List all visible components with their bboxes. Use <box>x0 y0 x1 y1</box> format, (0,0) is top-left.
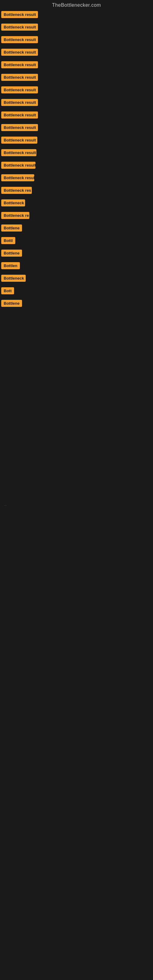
bottleneck-list: Bottleneck resultBottleneck resultBottle… <box>0 9 153 310</box>
bottleneck-badge[interactable]: Bottleneck result <box>1 162 35 169</box>
bottleneck-badge[interactable]: Bottleneck result <box>1 36 38 43</box>
list-item: Bottl <box>0 235 153 247</box>
list-item: Bott <box>0 285 153 298</box>
bottleneck-badge[interactable]: Bottlene <box>1 224 22 232</box>
list-item: Bottleneck result <box>0 47 153 59</box>
list-item: Bottleneck <box>0 197 153 210</box>
list-item: Bottleneck result <box>0 172 153 185</box>
list-item: Bottleneck result <box>0 59 153 72</box>
bottleneck-badge[interactable]: Bottleneck re <box>1 212 29 219</box>
bottleneck-badge[interactable]: Bottlene <box>1 300 22 307</box>
bottleneck-badge[interactable]: Bottleneck result <box>1 174 34 181</box>
bottleneck-badge[interactable]: Bottleneck result <box>1 99 38 106</box>
bottleneck-badge[interactable]: Bottleneck <box>1 199 25 207</box>
list-item: Bottleneck <box>0 273 153 285</box>
bottleneck-badge[interactable]: Bott <box>1 287 14 294</box>
list-item: Bottlene <box>0 223 153 235</box>
list-item: Bottleneck result <box>0 147 153 159</box>
bottleneck-badge[interactable]: Bottleneck result <box>1 24 38 30</box>
footer-area: ... <box>0 316 153 509</box>
list-item: Bottleneck result <box>0 34 153 46</box>
bottleneck-badge[interactable]: Bottleneck res <box>1 187 32 194</box>
list-item: Bottleneck result <box>0 110 153 122</box>
list-item: Bottleneck result <box>0 9 153 21</box>
bottleneck-badge[interactable]: Bottleneck result <box>1 61 38 68</box>
list-item: Bottleneck result <box>0 84 153 97</box>
bottleneck-badge[interactable]: Bottleneck result <box>1 86 38 94</box>
bottleneck-badge[interactable]: Bottleneck result <box>1 49 38 56</box>
bottleneck-badge[interactable]: Bottleneck result <box>1 11 38 18</box>
list-item: Bottleneck result <box>0 22 153 34</box>
list-item: Bottleneck result <box>0 160 153 172</box>
site-title-container: TheBottlenecker.com <box>0 0 153 9</box>
bottleneck-badge[interactable]: Bottleneck result <box>1 124 38 131</box>
bottleneck-badge[interactable]: Bottlene <box>1 250 22 257</box>
bottleneck-badge[interactable]: Bottleneck result <box>1 137 37 144</box>
bottleneck-badge[interactable]: Bottleneck result <box>1 74 38 81</box>
list-item: Bottleneck re <box>0 210 153 222</box>
list-item: Bottleneck result <box>0 72 153 84</box>
list-item: Bottleneck result <box>0 122 153 134</box>
list-item: Bottlene <box>0 298 153 310</box>
list-item: Bottleneck result <box>0 97 153 109</box>
bottleneck-badge[interactable]: Bottl <box>1 237 15 244</box>
bottleneck-badge[interactable]: Bottlen <box>1 262 20 269</box>
list-item: Bottleneck res <box>0 185 153 197</box>
list-item: Bottlene <box>0 248 153 260</box>
bottleneck-badge[interactable]: Bottleneck result <box>1 149 37 156</box>
list-item: Bottlen <box>0 260 153 272</box>
bottleneck-badge[interactable]: Bottleneck <box>1 275 26 282</box>
site-title: TheBottlenecker.com <box>0 0 153 9</box>
footer-dots: ... <box>3 503 150 506</box>
list-item: Bottleneck result <box>0 135 153 147</box>
bottleneck-badge[interactable]: Bottleneck result <box>1 111 38 119</box>
